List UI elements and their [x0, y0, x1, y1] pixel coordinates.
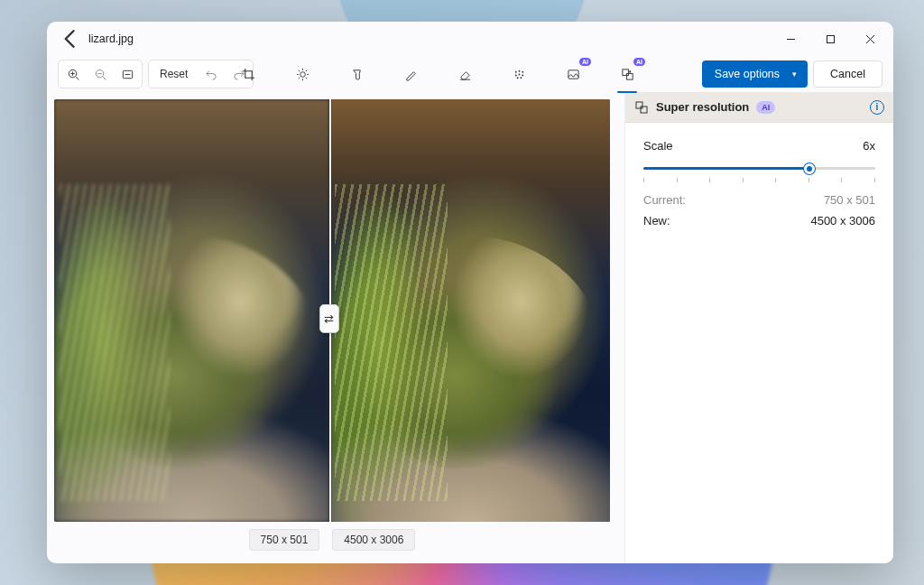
eraser-icon — [458, 68, 472, 81]
svg-point-11 — [516, 77, 518, 79]
brightness-icon — [296, 68, 310, 81]
zoom-out-button[interactable] — [88, 62, 113, 86]
canvas-area: ⇄ 750 x 501 4500 x 3006 — [47, 92, 624, 563]
svg-point-8 — [514, 74, 516, 76]
ai-badge-icon: AI — [633, 58, 645, 66]
svg-point-12 — [520, 77, 522, 79]
adjust-button[interactable] — [289, 60, 316, 88]
svg-point-4 — [300, 71, 305, 77]
editor-tools: AI AI — [235, 60, 641, 88]
save-options-label: Save options — [715, 68, 780, 80]
panel-header: Super resolution AI i — [625, 92, 893, 123]
crop-icon — [242, 68, 255, 81]
markup-button[interactable] — [397, 60, 424, 88]
maximize-icon — [826, 34, 836, 44]
zoom-out-icon — [94, 68, 107, 81]
zoom-group — [58, 60, 143, 88]
reset-button[interactable]: Reset — [151, 62, 197, 86]
minimize-icon — [786, 34, 796, 44]
back-button[interactable] — [58, 26, 83, 51]
swap-icon: ⇄ — [324, 312, 334, 326]
zoom-in-icon — [67, 68, 80, 81]
arrow-left-icon — [58, 26, 83, 51]
svg-rect-14 — [622, 69, 628, 75]
zoom-in-button[interactable] — [60, 62, 86, 86]
pen-icon — [404, 68, 418, 81]
panel-title: Super resolution — [656, 100, 749, 114]
blur-icon — [513, 68, 526, 81]
current-value: 750 x 501 — [824, 193, 875, 207]
svg-rect-0 — [827, 35, 834, 42]
save-options-button[interactable]: Save options ▾ — [702, 60, 808, 88]
current-label: Current: — [643, 193, 686, 207]
super-resolution-button[interactable]: AI — [614, 60, 641, 88]
scale-label: Scale — [643, 139, 673, 153]
side-panel: Super resolution AI i Scale 6x — [624, 92, 893, 563]
undo-icon — [205, 68, 218, 81]
panel-body: Scale 6x Current: 750 x 501 New: — [625, 123, 893, 251]
cancel-button[interactable]: Cancel — [813, 60, 882, 88]
dimension-labels: 750 x 501 4500 x 3006 — [54, 522, 610, 551]
remove-bg-button[interactable]: AI — [559, 60, 587, 88]
filter-icon — [350, 68, 364, 81]
fit-button[interactable] — [115, 62, 140, 86]
editor-body: ⇄ 750 x 501 4500 x 3006 Super resolution… — [47, 92, 893, 563]
compare-handle[interactable]: ⇄ — [319, 304, 339, 333]
remove-bg-icon — [567, 68, 580, 81]
scale-slider[interactable] — [643, 160, 875, 182]
window-controls — [771, 24, 890, 53]
close-icon — [865, 34, 875, 44]
svg-point-10 — [522, 74, 523, 76]
filter-button[interactable] — [343, 60, 370, 88]
original-image — [54, 99, 329, 522]
fit-icon — [121, 68, 134, 81]
app-window: lizard.jpg Reset — [47, 22, 893, 563]
info-button[interactable]: i — [870, 100, 884, 115]
titlebar: lizard.jpg — [47, 22, 893, 56]
svg-rect-17 — [641, 107, 647, 113]
compare-canvas[interactable]: ⇄ — [54, 99, 610, 522]
svg-point-5 — [514, 70, 516, 72]
upscaled-dims: 4500 x 3006 — [332, 529, 415, 551]
super-resolution-icon — [634, 100, 649, 115]
minimize-button[interactable] — [771, 24, 810, 53]
super-resolution-icon — [621, 68, 634, 81]
chevron-down-icon: ▾ — [792, 70, 797, 79]
upscaled-image — [329, 99, 610, 522]
ai-badge-icon: AI — [579, 58, 591, 66]
undo-button[interactable] — [199, 62, 224, 86]
close-button[interactable] — [850, 24, 890, 53]
maximize-button[interactable] — [810, 24, 850, 53]
blur-button[interactable] — [505, 60, 532, 88]
svg-rect-16 — [636, 102, 642, 108]
svg-point-6 — [518, 70, 520, 71]
new-label: New: — [643, 214, 670, 228]
erase-button[interactable] — [451, 60, 478, 88]
svg-rect-15 — [626, 73, 633, 79]
new-value: 4500 x 3006 — [810, 214, 875, 228]
original-dims: 750 x 501 — [249, 529, 320, 551]
ai-pill: AI — [756, 101, 775, 114]
file-name: lizard.jpg — [88, 32, 134, 45]
crop-button[interactable] — [235, 60, 262, 88]
svg-point-7 — [522, 70, 523, 72]
scale-value: 6x — [863, 139, 875, 153]
svg-point-9 — [518, 73, 520, 75]
toolbar: Reset AI AI Save — [47, 56, 893, 92]
